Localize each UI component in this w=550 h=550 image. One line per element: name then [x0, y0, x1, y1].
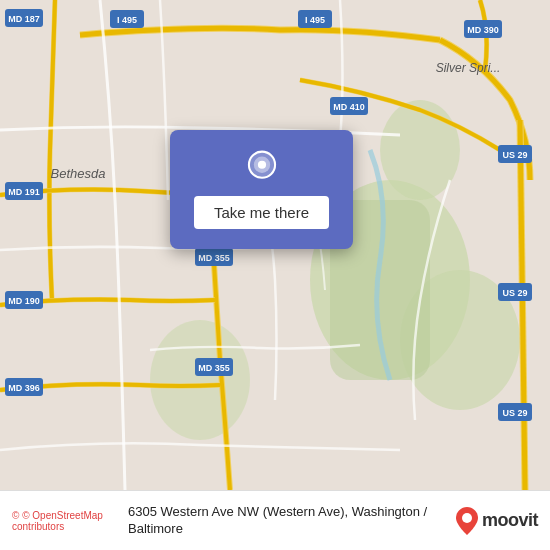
svg-text:I 495: I 495	[305, 15, 325, 25]
svg-text:MD 187: MD 187	[8, 14, 40, 24]
osm-copyright-symbol: ©	[12, 510, 19, 521]
svg-text:US 29: US 29	[502, 408, 527, 418]
svg-text:MD 190: MD 190	[8, 296, 40, 306]
map-container: I 495 I 495 MD 187 MD 390 MD 410 US 29 M…	[0, 0, 550, 490]
svg-text:MD 410: MD 410	[333, 102, 365, 112]
svg-text:MD 390: MD 390	[467, 25, 499, 35]
svg-point-37	[462, 513, 472, 523]
take-me-there-button[interactable]: Take me there	[194, 196, 329, 229]
osm-credit: © © OpenStreetMap contributors	[12, 510, 118, 532]
svg-point-3	[150, 320, 250, 440]
moovit-logo: moovit	[456, 507, 538, 535]
svg-text:I 495: I 495	[117, 15, 137, 25]
svg-text:US 29: US 29	[502, 150, 527, 160]
svg-text:MD 191: MD 191	[8, 187, 40, 197]
moovit-pin-icon	[456, 507, 478, 535]
svg-text:MD 396: MD 396	[8, 383, 40, 393]
bottom-bar: © © OpenStreetMap contributors 6305 West…	[0, 490, 550, 550]
location-pin-icon	[244, 150, 280, 186]
osm-credit-text: © OpenStreetMap contributors	[12, 510, 103, 532]
address-text: 6305 Western Ave NW (Western Ave), Washi…	[128, 504, 446, 538]
svg-text:MD 355: MD 355	[198, 363, 230, 373]
svg-point-35	[257, 161, 265, 169]
moovit-logo-text: moovit	[482, 510, 538, 531]
map-popup: Take me there	[170, 130, 353, 249]
svg-text:Silver Spri...: Silver Spri...	[436, 61, 501, 75]
svg-text:US 29: US 29	[502, 288, 527, 298]
svg-text:MD 355: MD 355	[198, 253, 230, 263]
svg-text:Bethesda: Bethesda	[51, 166, 106, 181]
